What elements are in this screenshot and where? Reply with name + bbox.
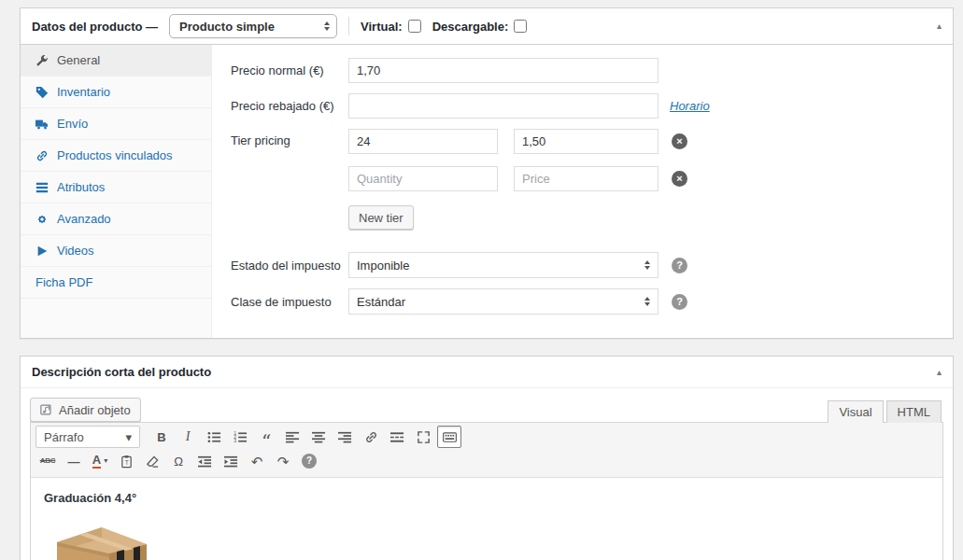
remove-tier-icon[interactable]: ×	[672, 133, 687, 149]
sidebar-item-envio[interactable]: Envío	[21, 108, 211, 140]
editor-content[interactable]: Graduación 4,4°	[31, 478, 942, 560]
tier-price-input[interactable]	[514, 129, 659, 154]
paragraph-format-select[interactable]: Párrafo ▾	[35, 426, 140, 448]
clipboard-icon: T	[120, 455, 134, 469]
read-more-button[interactable]	[385, 426, 409, 448]
virtual-checkbox[interactable]	[408, 20, 421, 33]
virtual-toggle[interactable]: Virtual:	[361, 20, 421, 34]
regular-price-input[interactable]	[348, 58, 659, 83]
tier-row: ×	[348, 166, 687, 191]
keyboard-icon	[443, 430, 457, 444]
video-play-icon	[35, 245, 49, 258]
keyboard-shortcuts-button[interactable]: ?	[297, 450, 321, 472]
undo-button[interactable]: ↶	[245, 450, 269, 472]
tab-html[interactable]: HTML	[886, 400, 942, 423]
toolbar-row-2: ABC — A▾ T Ω ↶ ↷ ?	[35, 450, 938, 472]
sidebar-item-inventario[interactable]: Inventario	[21, 77, 211, 108]
sale-price-label: Precio rebajado (€)	[231, 99, 348, 113]
select-stepper-icon	[324, 21, 330, 31]
read-more-icon	[390, 430, 404, 444]
select-stepper-icon	[644, 297, 650, 306]
redo-button[interactable]: ↷	[271, 450, 295, 472]
toolbar-toggle-button[interactable]	[437, 426, 461, 448]
tax-status-row: Estado del impuesto Imponible ?	[231, 252, 934, 278]
sidebar-item-videos[interactable]: Videos	[21, 235, 211, 267]
sidebar-item-general[interactable]: General	[21, 45, 211, 77]
link-icon	[35, 149, 49, 162]
help-icon: ?	[302, 454, 317, 469]
tier-price-input[interactable]	[514, 166, 659, 191]
gear-icon	[35, 213, 49, 226]
align-left-button[interactable]	[280, 426, 304, 448]
collapse-arrow-icon[interactable]: ▴	[937, 21, 942, 31]
collapse-arrow-icon[interactable]: ▴	[937, 368, 942, 377]
downloadable-checkbox[interactable]	[514, 20, 527, 33]
align-right-button[interactable]	[333, 426, 357, 448]
sidebar-item-label: General	[57, 53, 100, 67]
bullet-list-icon	[207, 430, 221, 444]
align-center-button[interactable]	[306, 426, 331, 448]
sidebar-item-label: Avanzado	[57, 212, 111, 226]
bold-button[interactable]: B	[149, 426, 174, 448]
remove-tier-icon[interactable]: ×	[672, 171, 687, 187]
regular-price-row: Precio normal (€)	[231, 58, 934, 83]
add-media-button[interactable]: Añadir objeto	[30, 398, 141, 422]
bullet-list-button[interactable]	[202, 426, 226, 448]
sidebar-item-label: Productos vinculados	[57, 148, 173, 162]
chevron-down-icon: ▾	[104, 457, 107, 465]
editor-tabs: Visual HTML	[828, 400, 942, 423]
tax-class-select[interactable]: Estándar	[348, 288, 659, 315]
tier-quantity-input[interactable]	[348, 129, 498, 154]
product-data-tabs: General Inventario Envío Productos vincu…	[21, 45, 212, 338]
link-button[interactable]	[359, 426, 383, 448]
regular-price-label: Precio normal (€)	[231, 63, 348, 77]
downloadable-toggle[interactable]: Descargable:	[432, 20, 528, 34]
editor: Párrafo ▾ B I 123 “ A	[30, 422, 943, 560]
align-center-icon	[312, 430, 326, 444]
sidebar-item-avanzado[interactable]: Avanzado	[21, 203, 211, 235]
sidebar-item-atributos[interactable]: Atributos	[21, 172, 211, 203]
new-tier-button[interactable]: New tier	[348, 205, 414, 230]
align-left-icon	[286, 430, 300, 444]
product-type-select[interactable]: Producto simple	[169, 14, 337, 38]
paste-as-text-button[interactable]: T	[114, 450, 138, 472]
help-icon[interactable]: ?	[672, 294, 687, 310]
tier-quantity-input[interactable]	[348, 166, 498, 191]
divider	[348, 17, 349, 35]
sidebar-item-productos-vinculados[interactable]: Productos vinculados	[21, 140, 211, 172]
tax-status-select[interactable]: Imponible	[348, 252, 659, 278]
wrench-icon	[35, 54, 49, 67]
indent-button[interactable]	[219, 450, 243, 472]
sidebar-item-label: Inventario	[57, 85, 110, 99]
clear-formatting-button[interactable]	[140, 450, 164, 472]
special-character-button[interactable]: Ω	[166, 450, 191, 472]
strikethrough-button[interactable]: ABC	[35, 450, 60, 472]
horizontal-rule-button[interactable]: —	[62, 450, 86, 472]
help-icon[interactable]: ?	[672, 258, 687, 273]
svg-text:T: T	[124, 459, 128, 466]
eraser-icon	[146, 455, 160, 469]
tax-class-row: Clase de impuesto Estándar ?	[231, 288, 934, 315]
align-right-icon	[338, 430, 352, 444]
blockquote-button[interactable]: “	[254, 426, 278, 448]
downloadable-label: Descargable:	[432, 20, 509, 34]
sale-price-row: Precio rebajado (€) Horario	[231, 93, 934, 119]
sidebar-item-label: Envío	[57, 117, 88, 131]
schedule-link[interactable]: Horario	[670, 99, 710, 113]
tier-pricing-row: Tier pricing × × New tier	[231, 129, 934, 230]
truck-icon	[35, 118, 49, 131]
tab-visual[interactable]: Visual	[828, 400, 883, 423]
panel-title: Descripción corta del producto	[32, 365, 211, 379]
indent-icon	[224, 455, 238, 469]
text-color-button[interactable]: A▾	[88, 450, 112, 472]
fullscreen-button[interactable]	[411, 426, 435, 448]
link-icon	[364, 430, 378, 444]
chevron-down-icon: ▾	[125, 430, 132, 444]
numbered-list-icon: 123	[234, 430, 248, 444]
numbered-list-button[interactable]: 123	[228, 426, 252, 448]
panel-title: Datos del producto —	[32, 20, 158, 34]
sale-price-input[interactable]	[348, 93, 659, 119]
italic-button[interactable]: I	[176, 426, 200, 448]
outdent-button[interactable]	[192, 450, 217, 472]
sidebar-item-ficha-pdf[interactable]: Ficha PDF	[21, 267, 211, 299]
